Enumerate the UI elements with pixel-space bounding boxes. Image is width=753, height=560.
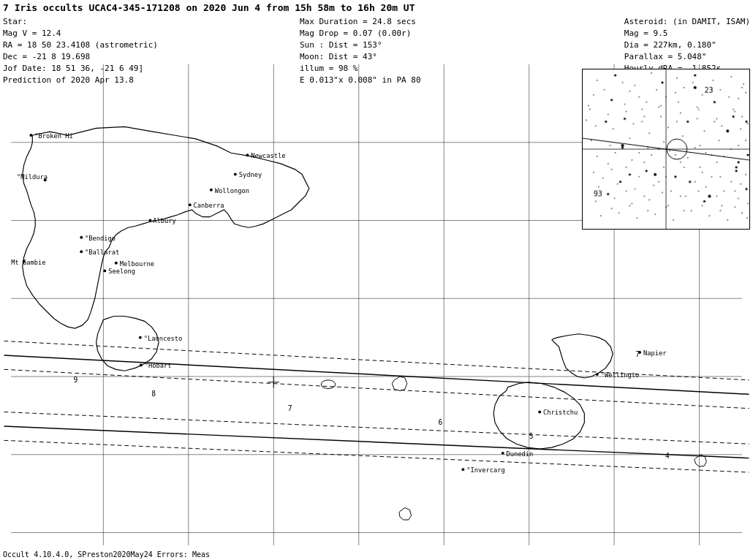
moon-dist: Moon: Dist = 43° bbox=[300, 51, 421, 63]
svg-text:Sydney: Sydney bbox=[239, 171, 262, 178]
svg-point-22 bbox=[321, 380, 335, 389]
svg-text:Mt Gambie: Mt Gambie bbox=[11, 259, 45, 266]
svg-point-59 bbox=[461, 468, 464, 471]
svg-text:°Bendigo: °Bendigo bbox=[85, 235, 116, 242]
asteroid-label: Asteroid: (in DAMIT, ISAM) bbox=[624, 16, 750, 28]
svg-point-31 bbox=[80, 250, 83, 253]
sun-dist-val: Dist = 153° bbox=[329, 40, 382, 50]
svg-text:°Mildura: °Mildura bbox=[17, 173, 48, 181]
svg-text:°Ballarat: °Ballarat bbox=[85, 249, 119, 256]
mag-drop: Mag Drop = 0.07 (0.00r) bbox=[300, 28, 421, 39]
svg-text:Wollongon: Wollongon bbox=[215, 187, 249, 194]
svg-line-17 bbox=[4, 412, 749, 444]
asteroid-dia: Dia = 227km, 0.180" bbox=[624, 39, 750, 51]
path-number-9: 9 bbox=[74, 376, 78, 384]
mag-drop-label: Mag Drop = bbox=[300, 29, 348, 38]
svg-line-18 bbox=[4, 440, 749, 472]
svg-point-29 bbox=[80, 236, 83, 239]
svg-point-49 bbox=[140, 364, 143, 367]
svg-text:°Wellingto: °Wellingto bbox=[601, 371, 640, 379]
svg-text:°Hobart: °Hobart bbox=[145, 362, 172, 369]
parallax: Parallax = 5.048" bbox=[624, 51, 750, 63]
svg-text:Newcastle: Newcastle bbox=[251, 152, 285, 159]
svg-text:Melbourne: Melbourne bbox=[120, 260, 154, 268]
svg-point-39 bbox=[246, 154, 249, 156]
svg-text:Albury: Albury bbox=[153, 217, 176, 224]
footer-text: Occult 4.10.4.0, SPreston2020May24 Error… bbox=[3, 550, 210, 559]
asteroid-mag: Mag = 9.5 bbox=[624, 28, 750, 39]
svg-text:°Invercarg: °Invercarg bbox=[466, 466, 505, 474]
page-title: 7 Iris occults UCAC4-345-171208 on 2020 … bbox=[3, 1, 750, 15]
path-number-6: 6 bbox=[438, 418, 442, 426]
svg-point-33 bbox=[115, 262, 118, 265]
header: 7 Iris occults UCAC4-345-171208 on 2020 … bbox=[3, 1, 750, 15]
path-number-8: 8 bbox=[151, 390, 156, 398]
svg-text:Canberra: Canberra bbox=[194, 202, 224, 209]
svg-point-43 bbox=[210, 189, 213, 192]
max-duration: Max Duration = 24.8 secs bbox=[300, 16, 421, 28]
svg-text:Dunedin: Dunedin bbox=[507, 450, 534, 458]
svg-text:Seelong: Seelong bbox=[108, 268, 135, 275]
footer: Occult 4.10.4.0, SPreston2020May24 Error… bbox=[3, 550, 210, 559]
svg-text:Napier: Napier bbox=[643, 349, 667, 357]
ra: RA = 18 50 23.4108 (astrometric) bbox=[3, 39, 158, 51]
path-number-5: 5 bbox=[529, 432, 534, 440]
svg-point-41 bbox=[234, 173, 237, 175]
mag-v: Mag V = 12.4 bbox=[3, 28, 158, 39]
svg-point-51 bbox=[638, 351, 641, 354]
svg-point-23 bbox=[29, 134, 32, 137]
sun-label: Sun : bbox=[300, 40, 324, 50]
dec: Dec = -21 8 19.698 bbox=[3, 51, 158, 63]
path-number-4: 4 bbox=[665, 452, 670, 460]
svg-point-47 bbox=[139, 336, 142, 339]
svg-point-35 bbox=[103, 269, 106, 272]
star-chart bbox=[582, 69, 750, 230]
svg-line-19 bbox=[4, 426, 749, 458]
svg-point-55 bbox=[538, 411, 541, 414]
path-number-7: 7 bbox=[288, 404, 292, 412]
svg-point-27 bbox=[148, 219, 151, 222]
svg-text:°Broken Hi: °Broken Hi bbox=[34, 132, 73, 140]
star-label: Star: bbox=[3, 16, 158, 28]
moon-dist-val: Dist = 43° bbox=[329, 52, 377, 61]
svg-text:°Launcesto: °Launcesto bbox=[144, 335, 183, 342]
sun-dist: Sun : Dist = 153° bbox=[300, 39, 421, 51]
svg-point-57 bbox=[502, 452, 504, 455]
moon-label: Moon: bbox=[300, 52, 324, 61]
star-chart-canvas bbox=[583, 69, 749, 229]
svg-point-53 bbox=[596, 373, 599, 376]
mag-drop-val: 0.07 (0.00r) bbox=[353, 29, 411, 38]
svg-point-45 bbox=[189, 203, 192, 206]
svg-text:Christchu: Christchu bbox=[543, 409, 578, 416]
